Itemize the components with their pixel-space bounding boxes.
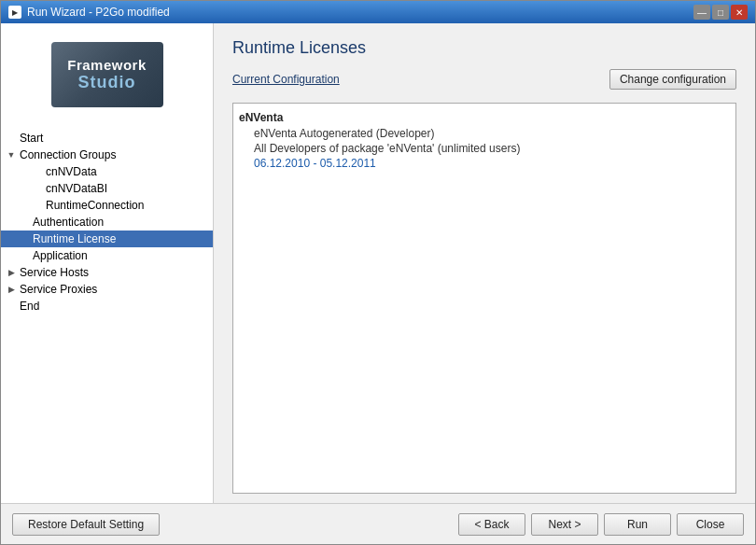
titlebar-left: ▶ Run Wizard - P2Go modified (8, 6, 170, 19)
page-title: Runtime Licenses (232, 38, 736, 58)
sidebar-item-application[interactable]: Application (1, 247, 213, 264)
footer: Restore Default Setting < Back Next > Ru… (1, 503, 755, 544)
placeholder-icon (18, 216, 31, 229)
license-company: eNVenta (239, 109, 730, 126)
expand-icon: ▼ (5, 148, 18, 161)
placeholder-icon (18, 232, 31, 245)
placeholder-icon (31, 165, 44, 178)
nav-tree: Start ▼ Connection Groups cnNVData cnNVD… (1, 126, 213, 503)
config-bar: Current Configuration Change configurati… (232, 69, 736, 90)
sidebar-item-service-hosts[interactable]: ▶ Service Hosts (1, 264, 213, 281)
license-line1: eNVenta Autogenerated (Developer) (239, 126, 730, 141)
sidebar-item-label: Application (33, 249, 88, 262)
sidebar-item-start[interactable]: Start (1, 130, 213, 147)
logo-area: Framework Studio (1, 23, 213, 126)
sidebar-item-service-proxies[interactable]: ▶ Service Proxies (1, 281, 213, 298)
expand-icon: ▶ (5, 283, 18, 296)
placeholder-icon (5, 132, 18, 145)
back-button[interactable]: < Back (458, 513, 525, 536)
titlebar-controls: — □ ✕ (693, 5, 748, 20)
content-area: Framework Studio Start ▼ Connection Grou… (1, 23, 755, 503)
main-header: Runtime Licenses Current Configuration C… (214, 23, 755, 103)
footer-left: Restore Default Setting (12, 513, 160, 536)
placeholder-icon (18, 249, 31, 262)
run-button[interactable]: Run (604, 513, 671, 536)
sidebar-item-connection-groups[interactable]: ▼ Connection Groups (1, 147, 213, 163)
logo-line2: Studio (78, 73, 136, 92)
app-icon: ▶ (8, 6, 21, 19)
license-dates: 06.12.2010 - 05.12.2011 (239, 156, 730, 171)
sidebar-item-cnNVData[interactable]: cnNVData (1, 163, 213, 180)
license-content-box: eNVenta eNVenta Autogenerated (Developer… (232, 103, 736, 494)
config-label: Current Configuration (232, 73, 340, 86)
footer-right: < Back Next > Run Close (458, 513, 744, 536)
close-button-footer[interactable]: Close (677, 513, 744, 536)
main-panel: Runtime Licenses Current Configuration C… (214, 23, 755, 503)
sidebar-item-label: RuntimeConnection (46, 199, 144, 212)
sidebar-item-label: Start (20, 132, 43, 145)
maximize-button[interactable]: □ (712, 5, 729, 20)
close-button[interactable]: ✕ (731, 5, 748, 20)
placeholder-icon (31, 199, 44, 212)
sidebar-item-label: Service Proxies (20, 283, 97, 296)
main-window: ▶ Run Wizard - P2Go modified — □ ✕ Frame… (0, 0, 756, 545)
next-button[interactable]: Next > (531, 513, 598, 536)
change-config-button[interactable]: Change configuration (609, 69, 736, 90)
sidebar-item-cnNVDataBI[interactable]: cnNVDataBI (1, 180, 213, 197)
sidebar-item-authentication[interactable]: Authentication (1, 214, 213, 231)
minimize-button[interactable]: — (693, 5, 710, 20)
sidebar-item-end[interactable]: End (1, 298, 213, 314)
license-line2: All Developers of package 'eNVenta' (unl… (239, 141, 730, 156)
sidebar-item-label: cnNVDataBI (46, 182, 107, 195)
logo-line1: Framework (67, 57, 147, 73)
sidebar-item-label: Runtime License (33, 232, 116, 245)
restore-default-button[interactable]: Restore Default Setting (12, 513, 160, 536)
logo: Framework Studio (51, 42, 163, 107)
titlebar: ▶ Run Wizard - P2Go modified — □ ✕ (1, 1, 755, 23)
placeholder-icon (31, 182, 44, 195)
placeholder-icon (5, 300, 18, 313)
sidebar-item-label: End (20, 300, 39, 313)
expand-icon: ▶ (5, 266, 18, 279)
sidebar-item-RuntimeConnection[interactable]: RuntimeConnection (1, 197, 213, 214)
window-title: Run Wizard - P2Go modified (27, 6, 170, 19)
sidebar: Framework Studio Start ▼ Connection Grou… (1, 23, 214, 503)
sidebar-item-label: Authentication (33, 216, 104, 229)
sidebar-item-label: Connection Groups (20, 148, 116, 161)
sidebar-item-label: Service Hosts (20, 266, 89, 279)
sidebar-item-label: cnNVData (46, 165, 97, 178)
sidebar-item-runtime-license[interactable]: Runtime License (1, 231, 213, 247)
